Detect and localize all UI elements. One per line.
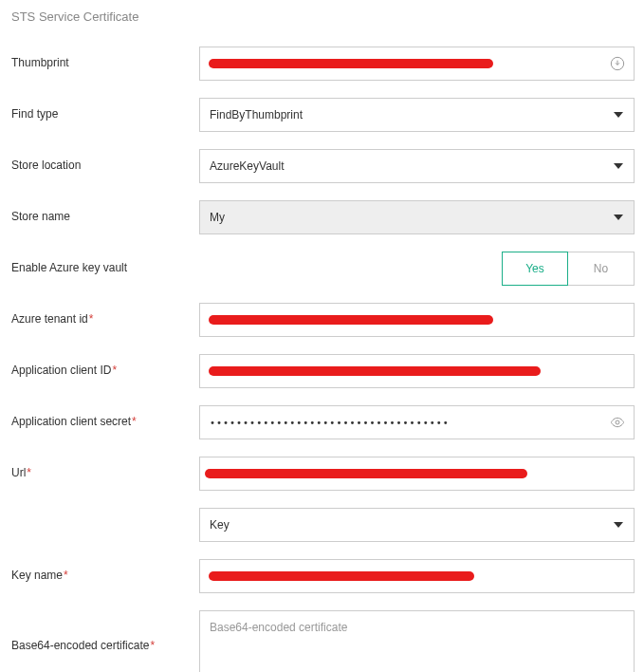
store-location-select[interactable]: AzureKeyVault: [199, 149, 635, 183]
row-find-type: Find type FindByThumbprint: [9, 98, 635, 132]
enable-akv-toggle: Yes No: [199, 252, 635, 286]
eye-icon[interactable]: [610, 415, 625, 430]
key-name-input[interactable]: [199, 559, 635, 593]
row-store-location: Store location AzureKeyVault: [9, 149, 635, 183]
label-find-type: Find type: [9, 98, 199, 121]
row-enable-akv: Enable Azure key vault Yes No: [9, 252, 635, 286]
row-key-name: Key name*: [9, 559, 635, 593]
label-key-name: Key name*: [9, 559, 199, 582]
row-url: Url*: [9, 457, 635, 491]
row-b64-cert: Base64-encoded certificate*: [9, 610, 635, 672]
secret-type-select[interactable]: Key: [199, 508, 635, 542]
toggle-yes[interactable]: Yes: [502, 252, 568, 286]
b64-cert-textarea[interactable]: [199, 610, 635, 672]
label-store-name: Store name: [9, 200, 199, 223]
label-b64-cert: Base64-encoded certificate*: [9, 610, 199, 652]
thumbprint-input[interactable]: [199, 47, 635, 81]
store-name-select[interactable]: My: [199, 200, 635, 234]
row-tenant-id: Azure tenant id*: [9, 303, 635, 337]
row-thumbprint: Thumbprint: [9, 47, 635, 81]
tenant-id-input[interactable]: [199, 303, 635, 337]
find-type-select[interactable]: FindByThumbprint: [199, 98, 635, 132]
label-client-id: Application client ID*: [9, 354, 199, 377]
label-client-secret: Application client secret*: [9, 405, 199, 428]
label-secret-type-empty: [9, 508, 199, 517]
row-store-name: Store name My: [9, 200, 635, 234]
label-enable-akv: Enable Azure key vault: [9, 252, 199, 274]
section-title: STS Service Certificate: [9, 9, 635, 24]
label-tenant-id: Azure tenant id*: [9, 303, 199, 326]
url-input[interactable]: [199, 457, 635, 491]
row-client-id: Application client ID*: [9, 354, 635, 388]
client-secret-input[interactable]: [199, 405, 635, 439]
download-icon[interactable]: [610, 56, 625, 71]
label-url: Url*: [9, 457, 199, 479]
toggle-no[interactable]: No: [568, 252, 635, 286]
label-store-location: Store location: [9, 149, 199, 172]
row-client-secret: Application client secret*: [9, 405, 635, 439]
client-id-input[interactable]: [199, 354, 635, 388]
row-secret-type: Key: [9, 508, 635, 542]
label-thumbprint: Thumbprint: [9, 47, 199, 69]
svg-point-1: [616, 420, 619, 424]
